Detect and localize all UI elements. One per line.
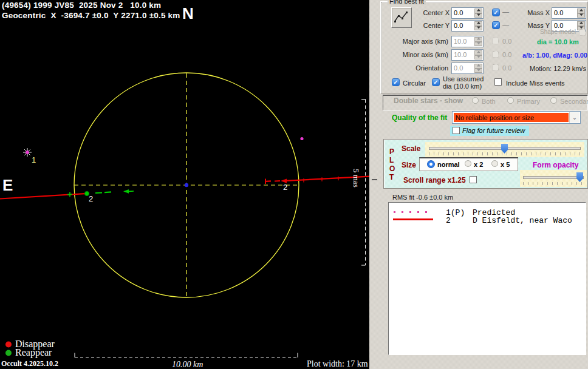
flag-review-checkbox[interactable] bbox=[453, 127, 460, 134]
minor-axis-err: 0.0 bbox=[502, 51, 511, 58]
minor-axis-input[interactable]: 10.0 bbox=[451, 49, 484, 61]
quality-combobox[interactable]: No reliable position or size ⌄ bbox=[452, 111, 581, 124]
sky-plane-plot: (49654) 1999 JV85 2025 Nov 2 10.0 km Geo… bbox=[0, 0, 369, 369]
minor-axis-err-checkbox[interactable] bbox=[492, 51, 499, 58]
center-y-checkbox[interactable] bbox=[492, 21, 500, 29]
east-label: E bbox=[2, 177, 13, 193]
form-opacity-label: Form opacity bbox=[533, 161, 578, 169]
minor-axis-label: Minor axis (km) bbox=[389, 51, 448, 58]
size-x5-label: x 5 bbox=[501, 161, 510, 168]
shape-model-label: Shape model bbox=[535, 29, 576, 35]
minor-axis-value: 10.0 bbox=[454, 51, 467, 58]
mass-x-spinner[interactable] bbox=[577, 8, 585, 18]
major-axis-label: Major axis (km) bbox=[389, 38, 448, 45]
version-label: Occult 4.2025.10.2 bbox=[1, 359, 58, 368]
quality-label: Quality of the fit bbox=[392, 113, 447, 122]
size-normal-label: normal bbox=[437, 161, 460, 168]
center-y-spinner[interactable] bbox=[474, 21, 482, 30]
predicted-line-swatch bbox=[394, 211, 430, 213]
include-miss-label: Include Miss events bbox=[506, 80, 565, 87]
reappear-legend-icon bbox=[5, 350, 12, 356]
chord2-left-segment bbox=[0, 194, 87, 199]
use-assumed-label1: Use assumed bbox=[443, 75, 484, 83]
north-label: N bbox=[182, 5, 194, 21]
disappear-dash2 bbox=[275, 181, 280, 181]
mass-x-input[interactable]: 0.0 bbox=[552, 7, 586, 19]
circular-label: Circular bbox=[403, 80, 426, 87]
double-stars-secondary-radio[interactable] bbox=[550, 97, 557, 104]
double-stars-primary-label: Primary bbox=[517, 98, 540, 105]
center-x-checkbox[interactable] bbox=[492, 8, 500, 16]
circular-checkbox[interactable] bbox=[392, 78, 400, 86]
center-y-input[interactable]: 0.0 bbox=[451, 20, 484, 32]
find-best-fit-title: Find best fit bbox=[388, 0, 426, 5]
chord-list[interactable]: 1(P) Predicted 2 D Eisfeldt, near Waco bbox=[388, 202, 586, 355]
include-miss-checkbox[interactable] bbox=[494, 78, 502, 86]
double-stars-primary-radio[interactable] bbox=[507, 97, 514, 104]
double-stars-secondary-label: Secondary bbox=[560, 98, 588, 105]
size-normal-radio[interactable] bbox=[427, 160, 435, 168]
shape-model-checkbox[interactable] bbox=[579, 29, 586, 36]
size-x2-radio[interactable] bbox=[465, 160, 471, 167]
center-x-label: Center X bbox=[413, 9, 450, 16]
scale-bar-label: 10.00 km bbox=[172, 360, 203, 369]
chord-id: 2 bbox=[446, 216, 451, 225]
dropdown-chevron-icon[interactable]: ⌄ bbox=[569, 112, 579, 123]
form-opacity-track[interactable] bbox=[523, 176, 584, 179]
reappear-dash1 bbox=[95, 192, 102, 193]
orientation-label: Orientation bbox=[389, 64, 448, 72]
occult-fit-window: (49654) 1999 JV85 2025 Nov 2 10.0 km Geo… bbox=[0, 0, 588, 369]
plot-letter-p: P bbox=[389, 147, 394, 156]
major-axis-err-checkbox[interactable] bbox=[492, 38, 499, 44]
form-opacity-ticks bbox=[523, 182, 584, 185]
double-stars-title: Double stars - show bbox=[394, 96, 463, 105]
disappear-dash1 bbox=[265, 181, 271, 181]
minor-axis-spinner[interactable] bbox=[474, 50, 482, 59]
run-fit-button[interactable] bbox=[391, 7, 412, 28]
scale-slider-ticks bbox=[429, 152, 581, 155]
scroll-range-checkbox[interactable] bbox=[470, 176, 477, 183]
center-dot bbox=[185, 183, 188, 187]
major-axis-input[interactable]: 10.0 bbox=[451, 36, 484, 47]
flag-review-label: Flag for future review bbox=[462, 127, 525, 134]
site1-star-icon bbox=[26, 151, 29, 154]
ab-dmag-readout: a/b: 1.00, dMag: 0.00 bbox=[522, 52, 587, 59]
use-assumed-checkbox[interactable] bbox=[432, 78, 440, 86]
center-x-spinner[interactable] bbox=[474, 8, 482, 18]
orientation-value: 0.0 bbox=[454, 64, 463, 72]
predicted-path-dot bbox=[300, 137, 303, 140]
mass-x-label: Mass X bbox=[519, 9, 550, 16]
major-axis-spinner[interactable] bbox=[474, 37, 482, 46]
site1-label: 1 bbox=[32, 155, 36, 164]
chord2-disappear-label: 2 bbox=[283, 183, 287, 192]
splitter-handle[interactable] bbox=[372, 179, 377, 180]
orientation-err-checkbox[interactable] bbox=[492, 64, 499, 71]
dia-readout: dia = 10.0 km bbox=[537, 38, 579, 46]
mas-scale-label: 5 mas bbox=[351, 169, 361, 188]
scale-slider[interactable] bbox=[425, 142, 584, 157]
plot-letter-l: L bbox=[389, 156, 394, 164]
orientation-spinner[interactable] bbox=[474, 64, 482, 73]
orientation-input[interactable]: 0.0 bbox=[451, 63, 484, 74]
plot-width-label: Plot width: 17 km bbox=[307, 359, 368, 369]
chord2-reappear-label: 2 bbox=[89, 194, 93, 203]
form-opacity-slider[interactable] bbox=[520, 170, 587, 187]
center-y-lock: — bbox=[502, 21, 509, 28]
center-x-lock: — bbox=[502, 8, 509, 15]
plot-letter-t: T bbox=[389, 173, 394, 181]
reappear-dash2 bbox=[104, 192, 111, 192]
double-stars-both-radio[interactable] bbox=[472, 97, 479, 104]
major-axis-err: 0.0 bbox=[502, 38, 511, 45]
scale-label: Scale bbox=[402, 144, 420, 153]
quality-selected-value: No reliable position or size bbox=[454, 113, 569, 122]
reappear-arrow-icon bbox=[123, 189, 129, 194]
motion-readout: Motion: 12.29 km/s bbox=[530, 65, 586, 72]
size-x2-label: x 2 bbox=[474, 161, 483, 168]
disappear-legend-icon bbox=[5, 342, 12, 348]
major-axis-value: 10.0 bbox=[454, 38, 467, 45]
double-stars-both-label: Both bbox=[482, 98, 496, 105]
form-opacity-thumb[interactable] bbox=[576, 172, 583, 182]
size-x5-radio[interactable] bbox=[491, 160, 498, 167]
orientation-err: 0.0 bbox=[502, 64, 511, 72]
center-x-input[interactable]: 0.0 bbox=[451, 7, 484, 19]
